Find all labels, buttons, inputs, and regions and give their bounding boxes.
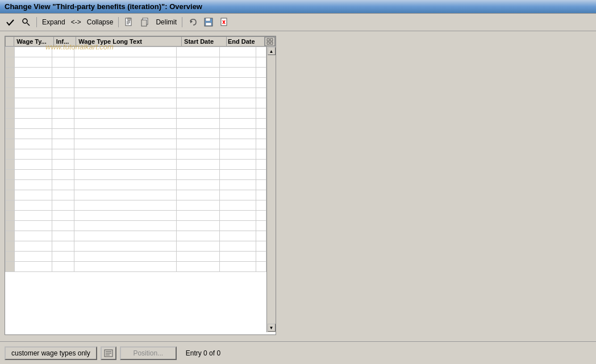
customer-wage-types-button[interactable]: customer wage types only [5, 346, 97, 360]
row-selector-cell[interactable] [6, 190, 15, 200]
row-selector-cell[interactable] [6, 160, 15, 170]
table-cell[interactable] [14, 129, 52, 139]
table-cell[interactable] [74, 108, 176, 119]
row-selector-cell[interactable] [6, 262, 15, 272]
row-selector-cell[interactable] [6, 108, 15, 119]
table-cell[interactable] [14, 241, 52, 252]
col-settings-header[interactable] [264, 37, 275, 47]
table-cell[interactable] [176, 108, 219, 119]
table-cell[interactable] [14, 108, 52, 119]
row-selector-cell[interactable] [6, 170, 15, 180]
row-selector-cell[interactable] [6, 211, 15, 221]
table-row[interactable] [6, 241, 266, 252]
table-cell[interactable] [74, 262, 176, 272]
vertical-scrollbar[interactable]: ▲ ▼ [266, 47, 276, 332]
row-selector-cell[interactable] [6, 180, 15, 190]
row-selector-cell[interactable] [6, 47, 15, 57]
table-cell[interactable] [74, 98, 176, 108]
table-row[interactable] [6, 57, 266, 68]
table-row[interactable] [6, 139, 266, 149]
table-cell[interactable] [219, 160, 256, 170]
table-cell[interactable] [14, 180, 52, 190]
table-cell[interactable] [52, 119, 74, 129]
table-cell[interactable] [176, 262, 219, 272]
table-cell[interactable] [219, 129, 256, 139]
table-cell[interactable] [176, 129, 219, 139]
table-row[interactable] [6, 68, 266, 78]
table-cell[interactable] [176, 98, 219, 108]
position-button[interactable]: Position... [120, 346, 177, 360]
table-cell[interactable] [74, 221, 176, 231]
table-cell[interactable] [52, 170, 74, 180]
table-cell[interactable] [219, 190, 256, 200]
table-row[interactable] [6, 78, 266, 88]
table-cell[interactable] [52, 200, 74, 211]
table-cell[interactable] [176, 47, 219, 57]
table-cell[interactable] [52, 129, 74, 139]
table-cell[interactable] [176, 180, 219, 190]
table-cell[interactable] [14, 190, 52, 200]
save-button[interactable] [202, 16, 215, 28]
table-cell[interactable] [219, 108, 256, 119]
table-cell[interactable] [219, 57, 256, 68]
table-row[interactable] [6, 149, 266, 160]
table-row[interactable] [6, 98, 266, 108]
table-cell[interactable] [74, 241, 176, 252]
table-cell[interactable] [176, 119, 219, 129]
table-cell[interactable] [52, 231, 74, 241]
expand-label[interactable]: Expand [40, 17, 67, 27]
table-cell[interactable] [14, 262, 52, 272]
table-row[interactable] [6, 170, 266, 180]
table-cell[interactable] [14, 170, 52, 180]
table-cell[interactable] [52, 139, 74, 149]
table-cell[interactable] [52, 262, 74, 272]
table-row[interactable] [6, 231, 266, 241]
table-row[interactable] [6, 160, 266, 170]
table-cell[interactable] [52, 88, 74, 98]
table-cell[interactable] [52, 190, 74, 200]
table-cell[interactable] [52, 57, 74, 68]
table-cell[interactable] [52, 98, 74, 108]
table-cell[interactable] [74, 149, 176, 160]
table-cell[interactable] [52, 160, 74, 170]
table-cell[interactable] [219, 68, 256, 78]
table-cell[interactable] [14, 88, 52, 98]
table-cell[interactable] [219, 149, 256, 160]
col-start-date-header[interactable]: Start Date [182, 37, 227, 47]
column-settings-icon[interactable] [265, 37, 275, 46]
table-cell[interactable] [52, 108, 74, 119]
col-end-date-header[interactable]: End Date [226, 37, 264, 47]
col-inf-header[interactable]: Inf... [53, 37, 76, 47]
table-cell[interactable] [14, 98, 52, 108]
table-cell[interactable] [176, 241, 219, 252]
table-row[interactable] [6, 119, 266, 129]
table-cell[interactable] [74, 57, 176, 68]
col-long-text-header[interactable]: Wage Type Long Text [76, 37, 182, 47]
table-cell[interactable] [176, 149, 219, 160]
table-cell[interactable] [52, 211, 74, 221]
table-cell[interactable] [219, 221, 256, 231]
row-selector-cell[interactable] [6, 57, 15, 68]
table-cell[interactable] [74, 88, 176, 98]
table-cell[interactable] [74, 47, 176, 57]
check-button[interactable] [3, 16, 17, 28]
row-selector-cell[interactable] [6, 78, 15, 88]
table-cell[interactable] [176, 170, 219, 180]
table-cell[interactable] [52, 241, 74, 252]
delete-button[interactable] [218, 16, 231, 28]
table-cell[interactable] [52, 221, 74, 231]
table-cell[interactable] [14, 231, 52, 241]
table-cell[interactable] [52, 252, 74, 262]
row-selector-cell[interactable] [6, 139, 15, 149]
delimit-label[interactable]: Delimit [154, 17, 178, 27]
table-cell[interactable] [219, 98, 256, 108]
table-cell[interactable] [176, 221, 219, 231]
table-cell[interactable] [74, 78, 176, 88]
table-cell[interactable] [74, 231, 176, 241]
table-cell[interactable] [74, 252, 176, 262]
table-cell[interactable] [219, 78, 256, 88]
table-cell[interactable] [14, 78, 52, 88]
table-row[interactable] [6, 252, 266, 262]
table-cell[interactable] [176, 68, 219, 78]
table-row[interactable] [6, 129, 266, 139]
